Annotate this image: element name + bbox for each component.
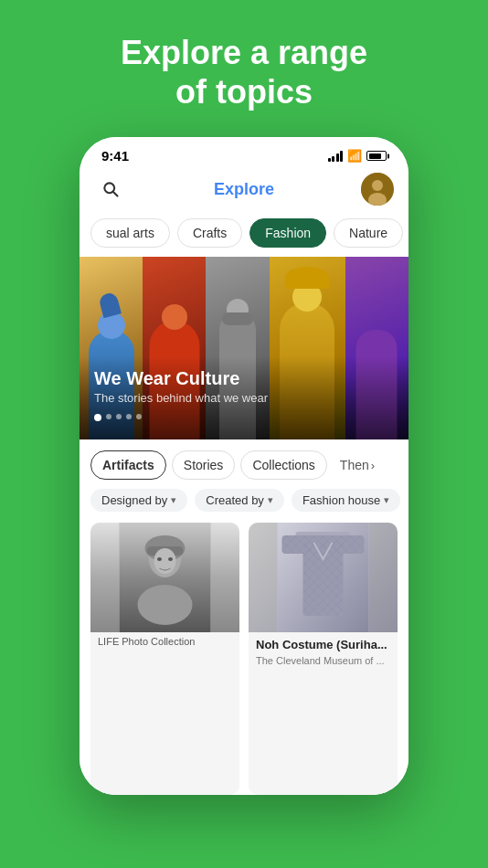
category-crafts[interactable]: Crafts: [177, 218, 242, 248]
hero-line1: Explore a range: [121, 34, 367, 71]
tab-then[interactable]: Then ›: [333, 451, 382, 479]
banner-dot-3[interactable]: [116, 414, 122, 419]
filter-created-by[interactable]: Created by: [195, 489, 284, 512]
chevron-right-icon: ›: [371, 459, 375, 472]
top-bar: Explore: [80, 167, 408, 213]
page-title: Explore: [127, 180, 361, 199]
cards-grid: LIFE Photo Collection: [80, 519, 408, 795]
status-icons: 📶: [328, 149, 387, 163]
filter-row: Designed by Created by Fashion house: [80, 480, 408, 519]
banner-dots: [94, 414, 394, 421]
avatar-image: [361, 173, 394, 206]
category-row: sual arts Crafts Fashion Nature Design: [80, 213, 408, 257]
svg-point-13: [168, 557, 173, 561]
tab-collections[interactable]: Collections: [240, 450, 326, 480]
category-fashion[interactable]: Fashion: [249, 218, 326, 248]
card-title: Noh Costume (Suriha...: [256, 638, 390, 653]
battery-icon: [366, 151, 387, 161]
banner-dot-5[interactable]: [136, 414, 142, 419]
banner-dot-2[interactable]: [106, 414, 111, 419]
status-time: 9:41: [101, 148, 129, 164]
filter-fashion-house[interactable]: Fashion house: [292, 489, 400, 512]
hero-banner[interactable]: We Wear Culture The stories behind what …: [80, 257, 408, 439]
costume-svg: [249, 523, 398, 632]
hero-heading: Explore a range of topics: [84, 33, 404, 111]
card-life-photo[interactable]: LIFE Photo Collection: [90, 523, 239, 795]
hero-line2: of topics: [175, 73, 313, 111]
wifi-icon: 📶: [347, 149, 362, 163]
svg-point-3: [372, 180, 383, 191]
tab-artifacts[interactable]: Artifacts: [90, 450, 166, 480]
svg-point-10: [138, 585, 193, 625]
status-bar: 9:41 📶: [80, 137, 408, 167]
avatar[interactable]: [361, 173, 394, 206]
svg-rect-21: [303, 543, 344, 616]
banner-dot-4[interactable]: [126, 414, 132, 419]
svg-line-1: [113, 192, 118, 196]
banner-title: We Wear Culture: [94, 367, 394, 389]
card-subtitle: The Cleveland Museum of ...: [256, 655, 390, 666]
category-nature[interactable]: Nature: [334, 218, 403, 248]
category-visual-arts[interactable]: sual arts: [90, 218, 170, 248]
svg-point-12: [157, 557, 162, 561]
search-icon: [101, 180, 120, 198]
card-costume-image: [249, 523, 398, 632]
banner-dot-1[interactable]: [94, 414, 101, 421]
card-noh-costume[interactable]: Noh Costume (Suriha... The Cleveland Mus…: [249, 523, 398, 795]
card-collection-label: LIFE Photo Collection: [90, 632, 239, 652]
banner-subtitle: The stories behind what we wear: [94, 391, 394, 405]
tabs-row: Artifacts Stories Collections Then ›: [80, 439, 408, 480]
tab-stories[interactable]: Stories: [172, 450, 236, 480]
signal-icon: [328, 151, 344, 162]
card-body: Noh Costume (Suriha... The Cleveland Mus…: [249, 632, 398, 673]
phone-frame: 9:41 📶 Explore s: [80, 137, 408, 795]
tab-then-label: Then: [340, 458, 369, 472]
search-button[interactable]: [94, 173, 127, 206]
battery-fill: [369, 153, 382, 159]
filter-designed-by[interactable]: Designed by: [90, 489, 187, 512]
portrait-svg: [90, 523, 239, 632]
card-portrait-image: [90, 523, 239, 632]
banner-overlay: We Wear Culture The stories behind what …: [80, 356, 408, 439]
